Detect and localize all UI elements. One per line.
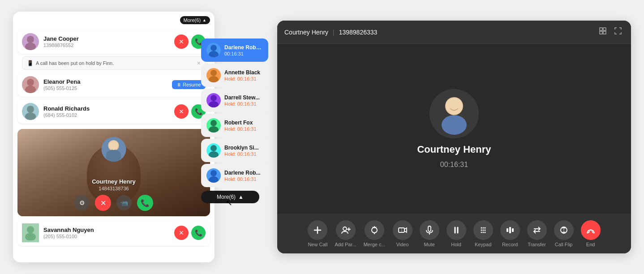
call-item-eleanor: Eleanor Pena (505) 555-0125 ⏸ Resume (17, 73, 210, 97)
call-timer: 00:16:31 (440, 161, 468, 169)
queue-status-0: Hold: 00:16:31 (224, 76, 263, 81)
svg-point-36 (372, 227, 377, 233)
queue-item-active[interactable]: Darlene Roberts... 00:16:31 (201, 39, 268, 62)
more-badge[interactable]: More(6) ▲ (180, 16, 210, 24)
transfer-icon (527, 220, 547, 240)
keypad-btn[interactable]: Keypad (473, 220, 493, 247)
call-number-ronald: (684) 555-0102 (43, 112, 170, 118)
svg-point-29 (442, 115, 467, 135)
hold-icon (447, 220, 466, 240)
record-icon (500, 220, 520, 240)
svg-point-1 (25, 43, 36, 50)
mute-btn[interactable]: Mute (420, 220, 439, 247)
queue-item-2[interactable]: Robert Fox Hold: 00:16:31 (201, 114, 268, 137)
svg-point-18 (209, 126, 219, 133)
end-call-ronald[interactable]: ✕ (174, 104, 189, 119)
call-info-eleanor: Eleanor Pena (505) 555-0125 (43, 78, 167, 91)
new-call-btn[interactable]: New Call (308, 220, 327, 247)
call-flip-btn[interactable]: Call Flip (554, 220, 574, 247)
svg-point-21 (210, 170, 217, 176)
end-call-icon (581, 220, 601, 240)
queue-avatar-3 (206, 143, 221, 158)
queue-name-3: Brooklyn Si... (224, 145, 263, 151)
call-info-ronald: Ronald Richards (684) 555-0102 (43, 105, 170, 118)
svg-point-22 (209, 176, 219, 183)
svg-point-10 (25, 233, 36, 240)
fullscreen-btn[interactable] (612, 26, 624, 38)
header-call-name: Courtney Henry (284, 29, 328, 36)
queue-item-3[interactable]: Brooklyn Si... Hold: 00:16:31 (201, 139, 268, 162)
merge-calls-btn[interactable]: Merge c... (364, 220, 386, 247)
svg-point-52 (481, 230, 482, 231)
svg-point-2 (27, 79, 34, 86)
avatar-jane (22, 33, 39, 50)
svg-rect-25 (600, 31, 602, 34)
camera-video-btn[interactable]: 📹 (116, 195, 132, 210)
call-header: Courtney Henry | 13989826333 (277, 21, 631, 44)
svg-point-3 (25, 86, 36, 93)
main-caller-name: Courtney Henry (417, 144, 491, 155)
end-call-jane[interactable]: ✕ (174, 34, 189, 49)
svg-point-56 (482, 232, 484, 233)
queue-item-4[interactable]: Darlene Rob... Hold: 00:16:31 (201, 164, 268, 187)
end-video-btn[interactable]: ✕ (95, 195, 111, 211)
new-call-icon (308, 220, 327, 240)
call-toolbar: New Call Add Par... (277, 214, 631, 253)
queue-item-0[interactable]: Annette Black Hold: 00:16:31 (201, 64, 268, 87)
end-call-savannah[interactable]: ✕ (174, 226, 189, 240)
video-label: Video (396, 242, 409, 247)
call-flip-icon (554, 220, 574, 240)
queue-avatar-1 (206, 93, 221, 107)
main-caller-avatar (429, 89, 479, 138)
merge-calls-label: Merge c... (364, 242, 386, 247)
mute-label: Mute (424, 242, 434, 247)
call-name-jane: Jane Cooper (43, 35, 170, 42)
video-area: Courtney Henry 14843138736 ⚙ ✕ 📹 📞 (17, 129, 210, 216)
keypad-label: Keypad (475, 242, 491, 247)
svg-point-11 (210, 45, 217, 51)
add-participant-btn[interactable]: Add Par... (335, 220, 356, 247)
settings-video-btn[interactable]: ⚙ (74, 195, 90, 210)
queue-name-1: Darrell Stew... (224, 94, 263, 101)
call-number-eleanor: (505) 555-0125 (43, 86, 167, 91)
svg-point-51 (484, 227, 485, 229)
record-btn[interactable]: Record (500, 220, 520, 247)
queue-avatar-0 (206, 68, 221, 82)
svg-rect-26 (603, 31, 606, 34)
call-item-savannah: Savannah Nguyen (205) 555-0100 ✕ 📞 (17, 220, 210, 246)
svg-rect-58 (507, 228, 508, 232)
minimize-window-btn[interactable] (597, 26, 609, 38)
svg-point-55 (481, 232, 482, 233)
add-participant-label: Add Par... (335, 242, 356, 247)
call-name-savannah: Savannah Nguyen (43, 227, 170, 233)
end-call-btn[interactable]: End (581, 220, 601, 247)
svg-point-57 (484, 232, 485, 233)
video-controls: ⚙ ✕ 📹 📞 (74, 195, 153, 211)
svg-point-0 (27, 36, 34, 43)
right-call-panel: Courtney Henry | 13989826333 (277, 21, 631, 253)
resume-btn-eleanor[interactable]: ⏸ Resume (172, 80, 206, 89)
queue-name-4: Darlene Rob... (224, 170, 263, 176)
svg-point-30 (446, 98, 462, 114)
hold-btn[interactable]: Hold (447, 220, 466, 247)
transfer-btn[interactable]: Transfer (527, 220, 547, 247)
queue-status-2: Hold: 00:16:31 (224, 126, 263, 132)
accept-video-btn[interactable]: 📞 (137, 195, 153, 211)
svg-rect-23 (600, 28, 602, 30)
close-notification[interactable]: × (197, 60, 201, 67)
svg-point-54 (484, 230, 485, 231)
notification-banner: 📱 A call has been put on hold by Finn. × (22, 56, 206, 70)
svg-point-5 (25, 112, 36, 120)
svg-point-13 (210, 70, 217, 76)
svg-rect-45 (428, 226, 431, 231)
end-call-label: End (586, 242, 595, 247)
queue-item-1[interactable]: Darrell Stew... Hold: 00:16:31 (201, 89, 268, 112)
queue-status-3: Hold: 00:16:31 (224, 151, 263, 157)
hold-label: Hold (451, 242, 461, 247)
svg-point-53 (482, 230, 484, 231)
svg-rect-60 (512, 228, 514, 232)
video-btn[interactable]: Video (393, 220, 412, 247)
svg-point-20 (209, 151, 219, 158)
call-number-jane: 13988876552 (43, 43, 170, 48)
svg-point-15 (210, 95, 217, 101)
